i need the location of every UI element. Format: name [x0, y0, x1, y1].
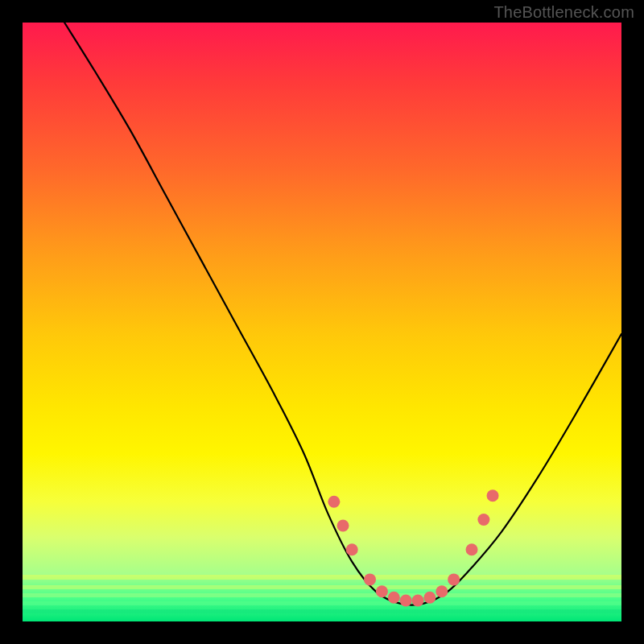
- highlight-point: [477, 514, 489, 526]
- highlight-points: [328, 489, 498, 606]
- chart-frame: TheBottleneck.com: [0, 0, 644, 644]
- watermark-text: TheBottleneck.com: [493, 3, 634, 22]
- bottleneck-curve: [64, 23, 621, 605]
- highlight-point: [337, 519, 349, 531]
- highlight-point: [346, 543, 358, 555]
- highlight-point: [376, 585, 388, 597]
- highlight-point: [487, 489, 499, 502]
- highlight-point: [423, 592, 436, 604]
- highlight-point: [364, 573, 376, 585]
- highlight-point: [448, 573, 460, 585]
- plot-area: [23, 23, 621, 621]
- highlight-point: [466, 543, 478, 555]
- curve-layer: [23, 23, 621, 621]
- highlight-point: [412, 594, 424, 606]
- highlight-point: [436, 585, 448, 597]
- highlight-point: [328, 496, 340, 508]
- highlight-point: [388, 592, 400, 604]
- highlight-point: [400, 594, 412, 606]
